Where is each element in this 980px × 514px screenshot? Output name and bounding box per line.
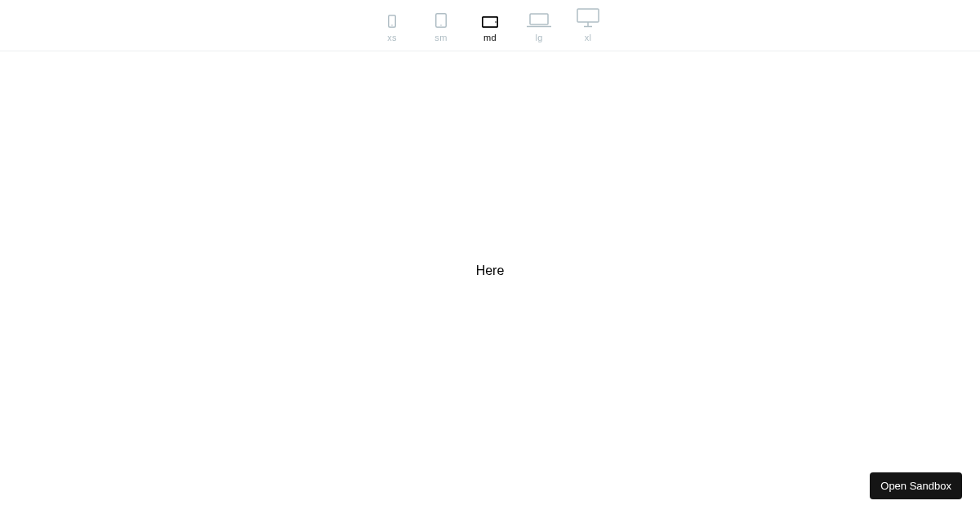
svg-point-3 — [440, 24, 442, 26]
breakpoint-lg[interactable]: lg — [527, 8, 551, 42]
tablet-landscape-icon — [482, 8, 498, 28]
breakpoint-label: md — [483, 33, 497, 42]
svg-point-5 — [495, 21, 497, 23]
breakpoint-label: xs — [387, 33, 397, 42]
preview-area: Here — [0, 51, 980, 514]
phone-icon — [388, 8, 396, 28]
svg-rect-6 — [530, 14, 548, 24]
breakpoint-label: sm — [434, 33, 447, 42]
laptop-icon — [527, 8, 551, 28]
breakpoint-label: xl — [585, 33, 592, 42]
breakpoint-xl[interactable]: xl — [576, 8, 600, 42]
svg-rect-8 — [577, 9, 599, 22]
breakpoint-toolbar: xs sm md lg — [0, 0, 980, 51]
breakpoint-xs[interactable]: xs — [380, 8, 404, 42]
svg-point-1 — [391, 24, 393, 26]
open-sandbox-button[interactable]: Open Sandbox — [870, 472, 962, 499]
breakpoint-md[interactable]: md — [478, 8, 502, 42]
content-text: Here — [476, 264, 505, 278]
tablet-portrait-icon — [435, 8, 447, 28]
desktop-icon — [577, 8, 599, 28]
breakpoint-sm[interactable]: sm — [429, 8, 453, 42]
breakpoint-label: lg — [535, 33, 542, 42]
